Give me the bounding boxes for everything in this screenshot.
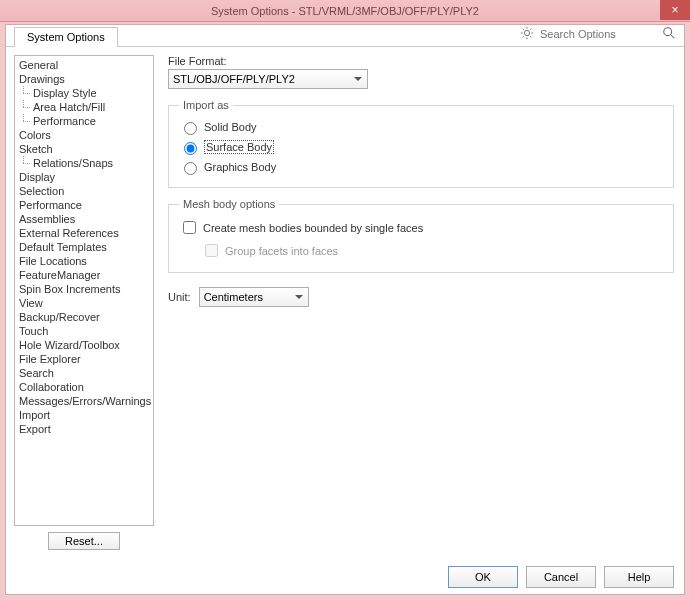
sidebar-item[interactable]: Default Templates — [15, 240, 153, 254]
sidebar-item[interactable]: Drawings — [15, 72, 153, 86]
tab-label: System Options — [27, 31, 105, 43]
sidebar-item[interactable]: General — [15, 58, 153, 72]
svg-line-2 — [671, 35, 675, 39]
unit-row: Unit: Centimeters — [168, 287, 674, 307]
sidebar-item[interactable]: Import — [15, 408, 153, 422]
radio-graphics-body[interactable]: Graphics Body — [179, 157, 663, 177]
main-panel: File Format: STL/OBJ/OFF/PLY/PLY2 Import… — [154, 49, 684, 556]
sidebar-item[interactable]: Selection — [15, 184, 153, 198]
file-format-label: File Format: — [168, 55, 674, 67]
sidebar-item[interactable]: Display Style — [15, 86, 153, 100]
unit-select[interactable]: Centimeters — [199, 287, 309, 307]
help-button[interactable]: Help — [604, 566, 674, 588]
sidebar-item[interactable]: External References — [15, 226, 153, 240]
sidebar-item[interactable]: Assemblies — [15, 212, 153, 226]
sidebar: GeneralDrawingsDisplay StyleArea Hatch/F… — [14, 55, 154, 550]
unit-label: Unit: — [168, 291, 191, 303]
close-icon[interactable]: × — [660, 0, 690, 20]
sidebar-item[interactable]: FeatureManager — [15, 268, 153, 282]
gear-icon[interactable] — [520, 26, 534, 42]
sidebar-item[interactable]: Display — [15, 170, 153, 184]
tab-row: System Options — [6, 25, 684, 47]
sidebar-item[interactable]: Spin Box Increments — [15, 282, 153, 296]
sidebar-item[interactable]: View — [15, 296, 153, 310]
sidebar-item[interactable]: Area Hatch/Fill — [15, 100, 153, 114]
options-tree[interactable]: GeneralDrawingsDisplay StyleArea Hatch/F… — [14, 55, 154, 526]
sidebar-item[interactable]: Performance — [15, 198, 153, 212]
check-group-facets: Group facets into faces — [201, 239, 663, 262]
radio-solid-body-input[interactable] — [184, 122, 197, 135]
dialog-footer: OK Cancel Help — [448, 566, 674, 588]
window-title: System Options - STL/VRML/3MF/OBJ/OFF/PL… — [211, 5, 479, 17]
mesh-options-group: Mesh body options Create mesh bodies bou… — [168, 198, 674, 273]
search-input[interactable] — [538, 26, 658, 42]
sidebar-item[interactable]: Export — [15, 422, 153, 436]
sidebar-item[interactable]: File Explorer — [15, 352, 153, 366]
radio-solid-body[interactable]: Solid Body — [179, 117, 663, 137]
reset-button[interactable]: Reset... — [48, 532, 120, 550]
svg-point-0 — [524, 30, 529, 35]
sidebar-item[interactable]: Performance — [15, 114, 153, 128]
sidebar-item[interactable]: Collaboration — [15, 380, 153, 394]
sidebar-item[interactable]: File Locations — [15, 254, 153, 268]
svg-point-1 — [664, 28, 672, 36]
dialog-body: System Options GeneralDrawingsDisplay St… — [5, 24, 685, 595]
radio-graphics-body-input[interactable] — [184, 162, 197, 175]
sidebar-item[interactable]: Backup/Recover — [15, 310, 153, 324]
import-as-legend: Import as — [179, 99, 233, 111]
radio-surface-body-input[interactable] — [184, 142, 197, 155]
sidebar-item[interactable]: Hole Wizard/Toolbox — [15, 338, 153, 352]
sidebar-item[interactable]: Messages/Errors/Warnings — [15, 394, 153, 408]
sidebar-item[interactable]: Search — [15, 366, 153, 380]
cancel-button[interactable]: Cancel — [526, 566, 596, 588]
sidebar-item[interactable]: Colors — [15, 128, 153, 142]
check-group-facets-input — [205, 244, 218, 257]
ok-button[interactable]: OK — [448, 566, 518, 588]
search-icon[interactable] — [662, 26, 676, 42]
check-create-mesh-bounded[interactable]: Create mesh bodies bounded by single fac… — [179, 216, 663, 239]
check-create-mesh-bounded-input[interactable] — [183, 221, 196, 234]
search-wrap — [520, 26, 676, 42]
mesh-options-legend: Mesh body options — [179, 198, 279, 210]
tab-system-options[interactable]: System Options — [14, 27, 118, 47]
sidebar-item[interactable]: Sketch — [15, 142, 153, 156]
sidebar-item[interactable]: Relations/Snaps — [15, 156, 153, 170]
file-format-select[interactable]: STL/OBJ/OFF/PLY/PLY2 — [168, 69, 368, 89]
import-as-group: Import as Solid Body Surface Body Graphi… — [168, 99, 674, 188]
sidebar-item[interactable]: Touch — [15, 324, 153, 338]
radio-surface-body[interactable]: Surface Body — [179, 137, 663, 157]
title-bar: System Options - STL/VRML/3MF/OBJ/OFF/PL… — [0, 0, 690, 22]
